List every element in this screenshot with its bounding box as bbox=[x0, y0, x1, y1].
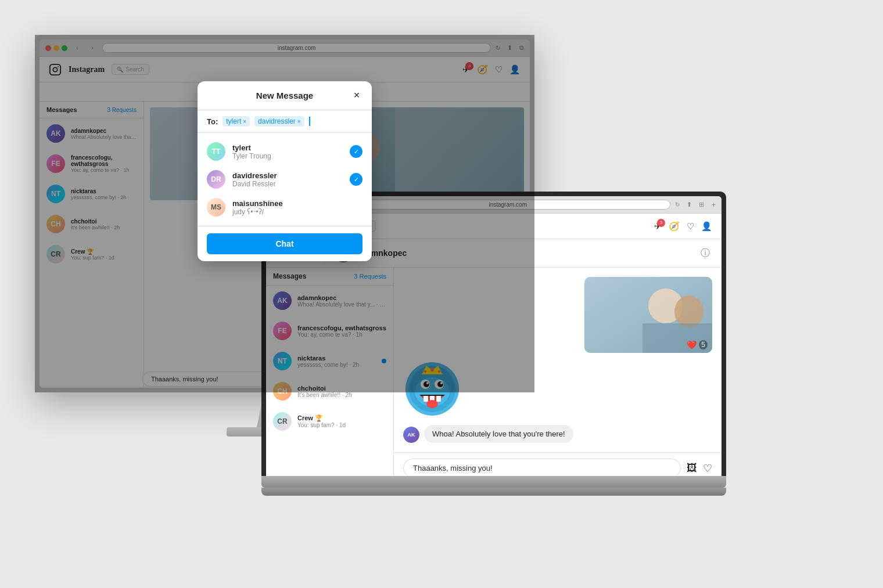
chat-photo-message: ❤️ 5 bbox=[584, 277, 712, 353]
laptop-info-icon[interactable]: ⓘ bbox=[701, 247, 710, 259]
monitor-frame: ‹ › instagram.com ↻ ⬆ ⧉ Instagram 🔍 Sear… bbox=[35, 35, 534, 392]
modal-user-name-tylert: Tyler Troung bbox=[232, 152, 343, 160]
recipient-name-tylert: tylert bbox=[226, 117, 241, 125]
selected-check-david: ✓ bbox=[350, 173, 362, 186]
laptop-explore-icon[interactable]: 🧭 bbox=[669, 221, 680, 232]
svg-point-29 bbox=[426, 400, 438, 408]
laptop-base bbox=[261, 488, 726, 496]
svg-point-11 bbox=[674, 295, 703, 328]
modal-user-tylert[interactable]: TT tylert Tyler Troung ✓ bbox=[198, 138, 372, 165]
text-cursor bbox=[309, 117, 310, 126]
chat-bubble-avatar: AK bbox=[403, 427, 419, 443]
laptop-profile-icon[interactable]: 👤 bbox=[701, 221, 712, 232]
avatar-tylert: TT bbox=[207, 142, 225, 161]
modal-to-row: To: tylert × davidressler × bbox=[198, 110, 372, 133]
photo-reactions: ❤️ 5 bbox=[687, 340, 708, 349]
recipient-tag-david[interactable]: davidressler × bbox=[254, 116, 304, 127]
recipient-tag-tylert[interactable]: tylert × bbox=[222, 116, 250, 127]
laptop-direct-badge: 3 bbox=[657, 219, 665, 227]
chat-submit-button[interactable]: Chat bbox=[207, 233, 362, 254]
laptop-more-button[interactable]: ⊞ bbox=[699, 201, 704, 208]
modal-header: New Message × bbox=[198, 81, 372, 110]
modal-user-name-mais: judy ʕ•ᵕ•ʔ/ bbox=[232, 208, 362, 216]
heart-reaction-icon: ❤️ bbox=[687, 340, 697, 349]
reaction-count: 5 bbox=[699, 340, 708, 349]
modal-close-button[interactable]: × bbox=[351, 89, 362, 102]
laptop-msg-info-crew: Crew 🏆 You: sup fam? · 1d bbox=[297, 414, 386, 428]
new-message-modal: New Message × To: tylert × davidressler … bbox=[198, 81, 372, 261]
modal-user-info-david: davidressler David Ressler bbox=[232, 171, 343, 188]
modal-user-list: TT tylert Tyler Troung ✓ DR davidressler bbox=[198, 133, 372, 226]
laptop-direct-icon[interactable]: ✈ 3 bbox=[654, 221, 662, 232]
laptop-heart-icon[interactable]: ♡ bbox=[687, 221, 694, 232]
modal-user-david[interactable]: DR davidressler David Ressler ✓ bbox=[198, 165, 372, 193]
laptop-avatar-crew: CR bbox=[273, 412, 292, 431]
laptop-share-button[interactable]: ⬆ bbox=[687, 201, 692, 208]
monitor-screen: ‹ › instagram.com ↻ ⬆ ⧉ Instagram 🔍 Sear… bbox=[40, 39, 530, 388]
remove-recipient-tylert[interactable]: × bbox=[243, 118, 246, 125]
laptop-msg-item-crew[interactable]: CR Crew 🏆 You: sup fam? · 1d bbox=[266, 406, 393, 437]
modal-title: New Message bbox=[218, 91, 351, 100]
selected-check-tylert: ✓ bbox=[350, 145, 362, 158]
laptop-chat-input[interactable] bbox=[403, 459, 681, 476]
modal-user-info-tylert: tylert Tyler Troung bbox=[232, 143, 343, 160]
laptop-new-tab-button[interactable]: + bbox=[711, 200, 716, 209]
avatar-mais: MS bbox=[207, 198, 225, 217]
avatar-david: DR bbox=[207, 170, 225, 189]
modal-user-info-mais: maisunshinee judy ʕ•ᵕ•ʔ/ bbox=[232, 199, 362, 216]
modal-user-handle-mais: maisunshinee bbox=[232, 199, 362, 208]
desktop-modal-overlay: New Message × To: tylert × davidressler … bbox=[40, 39, 530, 388]
modal-user-mais[interactable]: MS maisunshinee judy ʕ•ᵕ•ʔ/ bbox=[198, 193, 372, 221]
modal-to-label: To: bbox=[207, 117, 218, 126]
laptop-reload-button[interactable]: ↻ bbox=[675, 201, 680, 208]
image-send-icon[interactable]: 🖼 bbox=[687, 462, 697, 474]
svg-rect-22 bbox=[423, 396, 428, 402]
svg-rect-24 bbox=[436, 396, 441, 402]
laptop-msg-preview-chch: It's been awhile!! · 2h bbox=[297, 392, 386, 398]
recipient-name-david: davidressler bbox=[258, 117, 296, 125]
chat-bubble-row: AK Whoa! Absolutely love that you're the… bbox=[403, 425, 712, 443]
chat-bubble-text: Whoa! Absolutely love that you're there! bbox=[424, 425, 573, 443]
modal-user-handle-david: davidressler bbox=[232, 171, 343, 180]
laptop-msg-name-crew: Crew 🏆 bbox=[297, 414, 386, 422]
laptop-bottom-bezel bbox=[261, 476, 726, 488]
like-icon[interactable]: ♡ bbox=[703, 462, 712, 475]
laptop-chat-input-area: 🖼 ♡ bbox=[394, 452, 722, 476]
remove-recipient-david[interactable]: × bbox=[297, 118, 301, 125]
desktop-monitor: ‹ › instagram.com ↻ ⬆ ⧉ Instagram 🔍 Sear… bbox=[35, 35, 534, 441]
laptop-msg-preview-crew: You: sup fam? · 1d bbox=[297, 422, 386, 428]
modal-user-handle-tylert: tylert bbox=[232, 143, 343, 152]
modal-footer: Chat bbox=[198, 226, 372, 261]
laptop-nav-icons: ✈ 3 🧭 ♡ 👤 bbox=[654, 221, 712, 232]
modal-user-name-david: David Ressler bbox=[232, 180, 343, 188]
